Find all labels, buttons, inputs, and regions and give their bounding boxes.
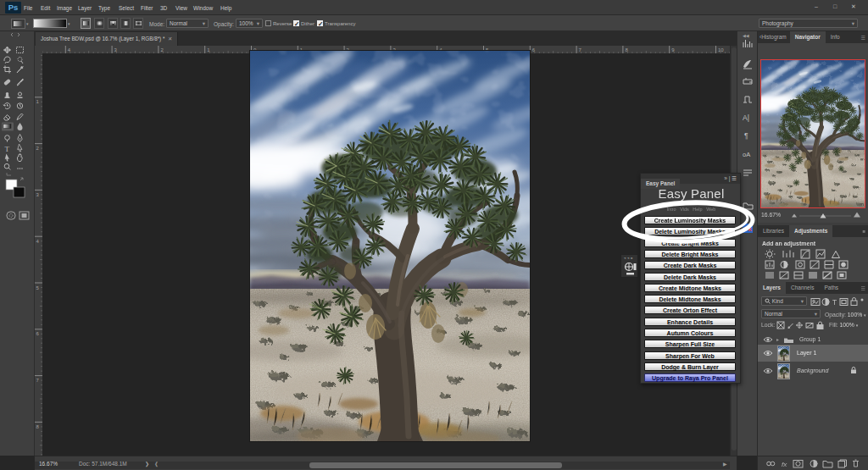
svg-text:T: T	[5, 145, 10, 153]
svg-text:¶: ¶	[744, 131, 748, 140]
svg-text:10: 10	[718, 47, 724, 53]
svg-text:fx: fx	[782, 461, 787, 468]
svg-text:oA: oA	[743, 151, 750, 158]
svg-text:A|: A|	[743, 113, 749, 122]
svg-text:T: T	[832, 298, 837, 307]
